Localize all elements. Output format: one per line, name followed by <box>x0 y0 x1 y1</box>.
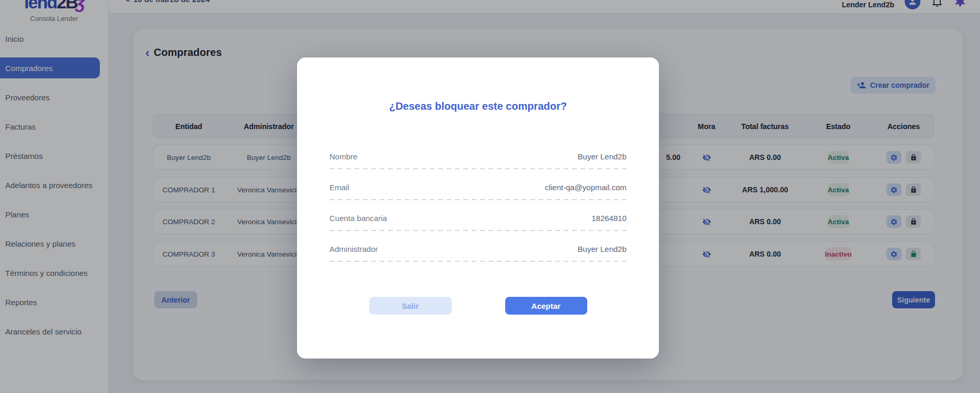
dashed-divider <box>329 199 626 200</box>
field-cuenta-bancaria: Cuenta bancaria 18264810 <box>329 214 626 231</box>
field-value: client-qa@yopmail.com <box>545 183 626 192</box>
modal-actions: Salir Aceptar <box>297 297 659 315</box>
field-value: Buyer Lend2b <box>578 152 626 161</box>
field-value: 18264810 <box>591 214 626 223</box>
dashed-divider <box>329 168 626 169</box>
field-value: Buyer Lend2b <box>578 245 626 253</box>
field-email: Email client-qa@yopmail.com <box>329 183 626 200</box>
field-administrador: Administrador Buyer Lend2b <box>329 245 626 262</box>
field-nombre: Nombre Buyer Lend2b <box>329 152 626 169</box>
modal-title: ¿Deseas bloquear este comprador? <box>297 100 659 112</box>
dashed-divider <box>329 230 626 231</box>
app-screen: lend2Bʒ Consola Lender Inicio Compradore… <box>0 0 980 393</box>
modal-fields: Nombre Buyer Lend2b Email client-qa@yopm… <box>329 152 626 275</box>
dashed-divider <box>329 261 626 262</box>
field-label: Email <box>329 183 349 192</box>
confirm-button[interactable]: Aceptar <box>505 297 587 315</box>
field-label: Cuenta bancaria <box>329 214 387 223</box>
cancel-button[interactable]: Salir <box>369 297 452 315</box>
field-label: Nombre <box>329 152 357 161</box>
block-comprador-modal: ¿Deseas bloquear este comprador? Nombre … <box>297 57 659 359</box>
field-label: Administrador <box>329 245 378 253</box>
